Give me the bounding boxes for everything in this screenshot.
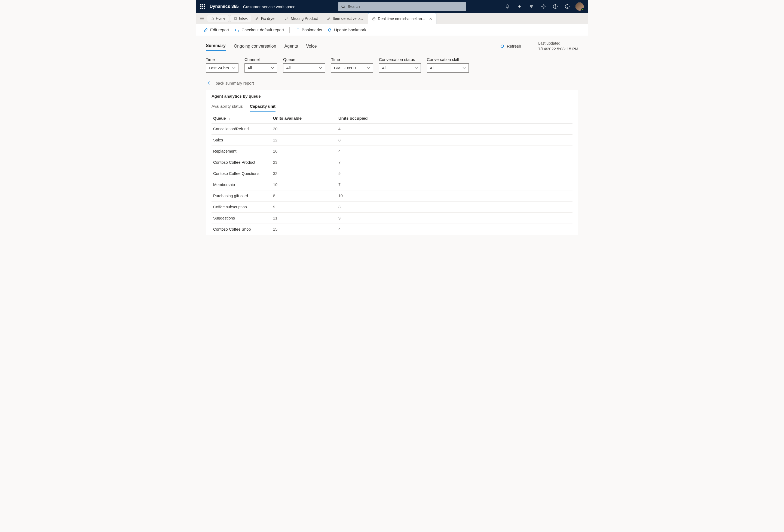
content-area: Summary Ongoing conversation Agents Voic… — [196, 36, 588, 243]
subtab-voice[interactable]: Voice — [306, 42, 316, 50]
refresh-button[interactable]: Refresh — [500, 44, 521, 49]
table-row[interactable]: Membership 10 7 — [212, 179, 572, 190]
tabstrip: Home Inbox Fix dryer Missing Product Ite… — [196, 13, 588, 24]
table-row[interactable]: Coffee subscription 9 8 — [212, 201, 572, 212]
cell-available: 10 — [272, 179, 337, 190]
svg-point-13 — [568, 6, 568, 6]
back-summary-label: back summary report — [216, 81, 254, 85]
tab-inbox[interactable]: Inbox — [230, 15, 251, 22]
update-bookmark-button[interactable]: Update bookmark — [328, 27, 366, 32]
checkout-default-button[interactable]: Checkout default report — [234, 27, 284, 32]
subtab-agents[interactable]: Agents — [284, 42, 298, 50]
card-tab-capacity[interactable]: Capacity unit — [250, 102, 276, 112]
cell-occupied: 8 — [337, 201, 572, 212]
cell-occupied: 4 — [337, 224, 572, 235]
filter-label-2: Queue — [283, 57, 325, 62]
tab-missing-product[interactable]: Missing Product — [281, 13, 322, 24]
chevron-down-icon — [463, 67, 466, 69]
subtab-summary[interactable]: Summary — [206, 41, 226, 51]
filter-value-3: GMT -08:00 — [334, 65, 356, 70]
cell-available: 16 — [272, 146, 337, 157]
app-launcher-icon[interactable] — [198, 2, 207, 11]
col-queue-label: Queue — [213, 116, 226, 120]
table-row[interactable]: Sales 12 8 — [212, 135, 572, 146]
app-topbar: Dynamics 365 Customer service workspace … — [196, 0, 588, 13]
filter-value-2: All — [286, 65, 291, 70]
cell-queue: Suggestions — [212, 212, 272, 224]
table-row[interactable]: Replacement 16 4 — [212, 146, 572, 157]
tab-item-defective[interactable]: Item defective o... — [323, 13, 367, 24]
chevron-down-icon — [367, 67, 370, 69]
brand-label: Dynamics 365 — [209, 4, 239, 9]
tab-home[interactable]: Home — [207, 15, 229, 22]
card-tabs: Availability status Capacity unit — [212, 102, 572, 112]
tab-realtime-omnichannel[interactable]: Real time omnichannel an... ✕ — [368, 13, 437, 24]
card-title: Agent analytics by queue — [212, 94, 572, 98]
plus-icon[interactable] — [513, 0, 525, 13]
filter-icon[interactable] — [525, 0, 537, 13]
close-icon[interactable]: ✕ — [429, 17, 432, 21]
svg-point-11 — [565, 5, 569, 9]
tab-home-label: Home — [216, 16, 225, 21]
filter-value-0: Last 24 hrs — [209, 65, 229, 70]
filter-select-5[interactable]: All — [427, 63, 469, 72]
cell-queue: Coffee subscription — [212, 201, 272, 212]
smiley-icon[interactable] — [561, 0, 573, 13]
filter-select-1[interactable]: All — [245, 63, 277, 72]
cell-available: 15 — [272, 224, 337, 235]
table-row[interactable]: Contoso Coffee Questions 32 5 — [212, 168, 572, 179]
chevron-down-icon — [319, 67, 322, 69]
cell-available: 23 — [272, 157, 337, 168]
tab-label: Item defective o... — [333, 16, 363, 21]
pencil-icon — [204, 28, 208, 32]
app-name-label: Customer service workspace — [243, 4, 296, 9]
tab-label: Real time omnichannel an... — [378, 17, 425, 21]
tab-label: Missing Product — [291, 16, 318, 21]
col-occupied[interactable]: Units occupied — [337, 113, 572, 123]
search-input[interactable]: Search — [338, 2, 466, 11]
table-row[interactable]: Contoso Coffee Product 23 7 — [212, 157, 572, 168]
tab-label: Fix dryer — [261, 16, 276, 21]
col-queue[interactable]: Queue ↑ — [212, 113, 272, 123]
home-icon — [211, 17, 214, 21]
table-row[interactable]: Suggestions 11 9 — [212, 212, 572, 224]
filter-select-0[interactable]: Last 24 hrs — [206, 63, 239, 72]
edit-report-button[interactable]: Edit report — [204, 27, 229, 32]
bookmarks-label: Bookmarks — [302, 27, 322, 32]
svg-point-0 — [342, 5, 344, 8]
cell-occupied: 7 — [337, 179, 572, 190]
cell-queue: Replacement — [212, 146, 272, 157]
toolbar-divider — [289, 27, 290, 33]
filter-label-0: Time — [206, 57, 239, 62]
filter-select-4[interactable]: All — [379, 63, 421, 72]
help-icon[interactable] — [549, 0, 561, 13]
back-summary-link[interactable]: back summary report — [208, 81, 578, 85]
pencil-icon — [327, 17, 331, 21]
subtab-ongoing[interactable]: Ongoing conversation — [234, 42, 276, 50]
col-available[interactable]: Units available — [272, 113, 337, 123]
gear-icon[interactable] — [537, 0, 549, 13]
cell-occupied: 4 — [337, 123, 572, 135]
table-row[interactable]: Contoso Coffee Shop 15 4 — [212, 224, 572, 235]
list-icon — [295, 28, 300, 32]
tab-fix-dryer[interactable]: Fix dryer — [252, 13, 280, 24]
card-tab-availability[interactable]: Availability status — [212, 102, 243, 112]
pencil-icon — [285, 17, 288, 21]
undo-icon — [234, 27, 239, 32]
hamburger-icon[interactable] — [198, 14, 206, 23]
lightbulb-icon[interactable] — [501, 0, 513, 13]
cell-available: 32 — [272, 168, 337, 179]
bookmarks-button[interactable]: Bookmarks — [295, 27, 322, 32]
cell-queue: Contoso Coffee Questions — [212, 168, 272, 179]
chevron-down-icon — [271, 67, 274, 69]
cell-queue: Membership — [212, 179, 272, 190]
cell-available: 8 — [272, 190, 337, 201]
table-row[interactable]: Purchasing gift card 8 10 — [212, 190, 572, 201]
filter-select-3[interactable]: GMT -08:00 — [331, 63, 373, 72]
tab-inbox-label: Inbox — [239, 16, 248, 21]
refresh-label: Refresh — [507, 44, 521, 49]
table-row[interactable]: Cancellation/Refund 20 4 — [212, 123, 572, 135]
filter-select-2[interactable]: All — [283, 63, 325, 72]
analytics-icon — [372, 17, 376, 21]
avatar[interactable] — [576, 2, 584, 10]
